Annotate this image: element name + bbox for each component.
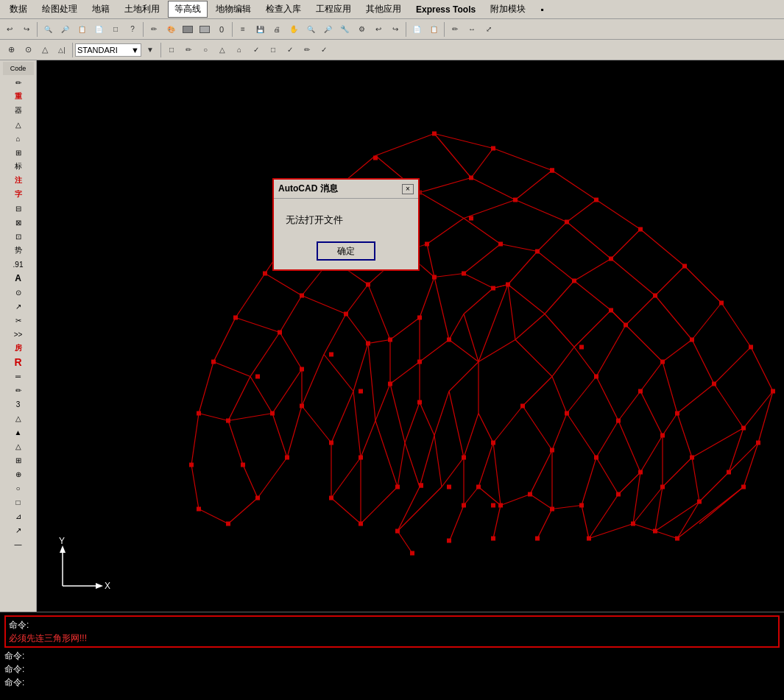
- doc-btn[interactable]: 📄: [409, 21, 425, 38]
- tools-btn[interactable]: 🔧: [336, 21, 353, 38]
- help-btn[interactable]: ?: [124, 21, 141, 38]
- menu-project[interactable]: 工程应用: [309, 1, 358, 18]
- lt-scissors[interactable]: ✂: [3, 314, 34, 327]
- copy-btn[interactable]: 📋: [74, 21, 90, 38]
- t8[interactable]: ✓: [282, 42, 298, 58]
- lt-house[interactable]: ⌂: [3, 132, 34, 145]
- lt-zhu[interactable]: 注: [3, 174, 34, 187]
- lt-fang[interactable]: 房: [3, 342, 34, 355]
- lt-x[interactable]: ⊠: [3, 216, 34, 229]
- lt-biao[interactable]: 标: [3, 160, 34, 173]
- zero-btn[interactable]: 0: [213, 21, 230, 38]
- print-btn[interactable]: 🖨: [269, 21, 285, 38]
- lt-grid[interactable]: ⊞: [3, 146, 34, 159]
- lt-plus[interactable]: ⊕: [3, 467, 34, 481]
- lt-tri3[interactable]: ▲: [3, 425, 34, 439]
- lt-pen[interactable]: ✏: [3, 76, 34, 89]
- lt-circle2[interactable]: ○: [3, 481, 34, 495]
- ok-button[interactable]: 确定: [317, 241, 375, 261]
- tri2-btn[interactable]: △|: [54, 42, 70, 58]
- t6[interactable]: ✓: [248, 42, 264, 58]
- lt-a[interactable]: A: [3, 272, 34, 285]
- settings-btn[interactable]: ⚙: [353, 21, 370, 38]
- lt-circle[interactable]: ⊙: [3, 286, 34, 299]
- zoom3-btn[interactable]: 🔍: [303, 21, 319, 38]
- redo2-btn[interactable]: ↪: [387, 21, 403, 38]
- grid-btn[interactable]: ≡: [235, 21, 251, 38]
- menu-terrain[interactable]: 地籍: [85, 1, 116, 18]
- t3[interactable]: ○: [197, 42, 213, 58]
- menu-other[interactable]: 其他应用: [359, 1, 408, 18]
- circle-btn[interactable]: ⊙: [20, 42, 36, 58]
- snap-btn[interactable]: ⊕: [3, 42, 19, 58]
- lt-rect[interactable]: □: [3, 495, 34, 509]
- svg-line-131: [375, 384, 390, 421]
- menu-check[interactable]: 检查入库: [259, 1, 308, 18]
- tri-btn[interactable]: △: [37, 42, 53, 58]
- lt-minus[interactable]: ⊟: [3, 202, 34, 215]
- new-btn[interactable]: 📄: [91, 21, 107, 38]
- svg-line-14: [420, 193, 464, 219]
- t5[interactable]: ⌂: [231, 42, 247, 58]
- svg-line-55: [508, 285, 545, 314]
- menu-feature[interactable]: 地物编辑: [209, 1, 258, 18]
- undo2-btn[interactable]: ↩: [370, 21, 386, 38]
- lt-num[interactable]: .91: [3, 258, 34, 271]
- lt-3[interactable]: 3: [3, 397, 34, 411]
- style-arrow[interactable]: ▼: [142, 42, 158, 58]
- lt-dashl[interactable]: —: [3, 537, 34, 551]
- svg-line-45: [574, 259, 611, 281]
- canvas-area[interactable]: X Y AutoCAD 消息 × 无法打开文件 确定: [37, 60, 784, 612]
- lt-tri[interactable]: △: [3, 118, 34, 131]
- menu-contour[interactable]: 等高线: [168, 1, 208, 18]
- t7[interactable]: □: [265, 42, 281, 58]
- save-btn[interactable]: 💾: [252, 21, 268, 38]
- svg-rect-237: [388, 338, 392, 342]
- layer2-btn[interactable]: [197, 21, 213, 38]
- zoom-btn[interactable]: 🔎: [57, 21, 73, 38]
- lt-rtri[interactable]: ⊿: [3, 509, 34, 523]
- lt-qi[interactable]: 器: [3, 104, 34, 117]
- hand-btn[interactable]: ✋: [286, 21, 302, 38]
- rect-btn[interactable]: □: [107, 21, 124, 38]
- pen-btn[interactable]: ✏: [146, 21, 162, 38]
- t9[interactable]: ✏: [299, 42, 315, 58]
- menu-landuse[interactable]: 土地利用: [118, 1, 166, 18]
- move-btn[interactable]: ↔: [464, 21, 480, 38]
- lt-box[interactable]: ⊞: [3, 453, 34, 467]
- lt-tri2[interactable]: △: [3, 411, 34, 425]
- lt-pen2[interactable]: ✏: [3, 383, 34, 397]
- lt-shi[interactable]: 势: [3, 244, 34, 257]
- paste-btn[interactable]: 📋: [425, 21, 442, 38]
- menu-drawing[interactable]: 绘图处理: [35, 1, 84, 18]
- color-btn[interactable]: 🎨: [163, 21, 179, 38]
- style-dropdown[interactable]: STANDARI ▼: [75, 43, 141, 57]
- lt-chong[interactable]: 重: [3, 90, 34, 103]
- lt-tri4[interactable]: △: [3, 439, 34, 453]
- lt-dot[interactable]: ⊡: [3, 230, 34, 243]
- lt-dbl[interactable]: >>: [3, 328, 34, 341]
- menu-express[interactable]: Express Tools: [409, 2, 482, 17]
- menu-extra[interactable]: ▪: [534, 2, 550, 17]
- t10[interactable]: ✓: [316, 42, 332, 58]
- undo-button[interactable]: ↩: [1, 21, 18, 38]
- lt-uarrow[interactable]: ↗: [3, 523, 34, 537]
- lt-line[interactable]: ═: [3, 370, 34, 383]
- t1[interactable]: □: [163, 42, 180, 58]
- menu-data[interactable]: 数据: [3, 1, 34, 18]
- t4[interactable]: △: [214, 42, 230, 58]
- layers-btn[interactable]: [180, 21, 196, 38]
- redo-button[interactable]: ↪: [18, 21, 35, 38]
- lt-code[interactable]: Code: [3, 62, 34, 75]
- menu-addon[interactable]: 附加模块: [484, 1, 532, 18]
- t2[interactable]: ✏: [180, 42, 197, 58]
- dialog-close-button[interactable]: ×: [402, 184, 414, 194]
- lt-r[interactable]: R: [3, 356, 34, 369]
- edit-btn[interactable]: ✏: [447, 21, 463, 38]
- autocad-dialog[interactable]: AutoCAD 消息 × 无法打开文件 确定: [272, 178, 420, 271]
- scale-btn[interactable]: ⤢: [481, 21, 497, 38]
- lt-zi[interactable]: 字: [3, 188, 34, 201]
- lt-arrow[interactable]: ↗: [3, 300, 34, 313]
- search-btn[interactable]: 🔍: [40, 21, 56, 38]
- zoom4-btn[interactable]: 🔎: [319, 21, 336, 38]
